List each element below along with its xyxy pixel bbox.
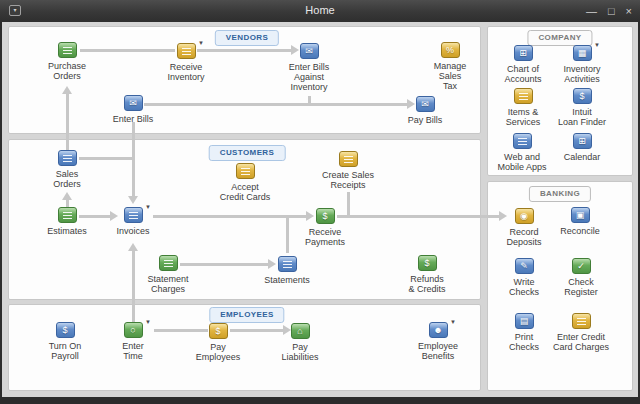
item-intuit-loan-finder[interactable]: $IntuitLoan Finder: [540, 88, 624, 127]
refunds-credits-icon[interactable]: $: [418, 255, 437, 271]
sales-orders-icon[interactable]: [58, 150, 77, 166]
receive-payments-label: ReceivePayments: [283, 227, 367, 247]
item-calendar[interactable]: ⊞Calendar: [540, 133, 624, 162]
calendar-glyph: ⊞: [574, 134, 591, 148]
create-sales-receipts-icon[interactable]: [339, 151, 358, 167]
item-receive-inventory[interactable]: ▼ReceiveInventory: [144, 43, 228, 82]
pay-bills-label: Pay Bills: [383, 115, 467, 125]
intuit-loan-finder-icon[interactable]: $: [573, 88, 592, 104]
item-create-sales-receipts[interactable]: Create SalesReceipts: [306, 151, 390, 190]
inventory-activities-glyph: ▦: [574, 46, 591, 60]
item-enter-bills-against-inventory[interactable]: ✉Enter BillsAgainstInventory: [267, 43, 351, 92]
item-pay-employees[interactable]: $PayEmployees: [176, 323, 260, 362]
section-label-banking: BANKING: [529, 186, 591, 202]
enter-credit-card-charges-icon[interactable]: [572, 313, 591, 329]
item-invoices[interactable]: ▼Invoices: [91, 207, 175, 236]
invoices-icon[interactable]: [124, 207, 143, 223]
enter-time-glyph: ○: [125, 323, 142, 337]
chart-of-accounts-icon[interactable]: ⊞: [514, 45, 533, 61]
calendar-icon[interactable]: ⊞: [573, 133, 592, 149]
intuit-loan-finder-label: IntuitLoan Finder: [540, 107, 624, 127]
statements-label: Statements: [245, 275, 329, 285]
pay-bills-glyph: ✉: [417, 97, 434, 111]
receive-inventory-dropdown-caret-icon[interactable]: ▼: [198, 40, 204, 46]
inventory-activities-label: InventoryActivities: [540, 64, 624, 84]
print-checks-icon[interactable]: ▤: [515, 313, 534, 329]
flow-arrowhead-up-icon: [128, 243, 138, 251]
accept-credit-cards-icon[interactable]: [236, 163, 255, 179]
pay-liabilities-glyph: ⌂: [292, 324, 309, 338]
write-checks-icon[interactable]: ✎: [515, 258, 534, 274]
enter-bills-against-inventory-label: Enter BillsAgainstInventory: [267, 62, 351, 92]
pay-employees-icon[interactable]: $: [209, 323, 228, 339]
create-sales-receipts-label: Create SalesReceipts: [306, 170, 390, 190]
flow-line: [144, 103, 407, 106]
check-register-glyph: ✓: [573, 259, 590, 273]
sales-orders-label: SalesOrders: [25, 169, 109, 189]
item-sales-orders[interactable]: SalesOrders: [25, 150, 109, 189]
refunds-credits-label: Refunds& Credits: [385, 274, 469, 294]
check-register-icon[interactable]: ✓: [572, 258, 591, 274]
chart-of-accounts-glyph: ⊞: [515, 46, 532, 60]
item-enter-bills[interactable]: ✉Enter Bills: [91, 95, 175, 124]
item-statements[interactable]: Statements: [245, 256, 329, 285]
purchase-orders-label: PurchaseOrders: [25, 61, 109, 81]
pay-liabilities-icon[interactable]: ⌂: [291, 323, 310, 339]
enter-bills-against-inventory-icon[interactable]: ✉: [300, 43, 319, 59]
pay-bills-icon[interactable]: ✉: [416, 96, 435, 112]
web-and-mobile-apps-icon[interactable]: [513, 133, 532, 149]
enter-time-icon[interactable]: ○: [124, 322, 143, 338]
pay-employees-glyph: $: [210, 324, 227, 338]
statement-charges-icon[interactable]: [159, 255, 178, 271]
workflow-layer: VENDORSCUSTOMERSEMPLOYEESCOMPANYBANKINGP…: [0, 0, 640, 404]
receive-payments-icon[interactable]: $: [316, 208, 335, 224]
item-check-register[interactable]: ✓CheckRegister: [539, 258, 623, 297]
item-inventory-activities[interactable]: ▦▼InventoryActivities: [540, 45, 624, 84]
manage-sales-tax-glyph: %: [442, 43, 459, 57]
manage-sales-tax-icon[interactable]: %: [441, 42, 460, 58]
item-enter-credit-card-charges[interactable]: Enter CreditCard Charges: [539, 313, 623, 352]
reconcile-icon[interactable]: ▣: [571, 207, 590, 223]
item-pay-bills[interactable]: ✉Pay Bills: [383, 96, 467, 125]
item-employee-benefits[interactable]: ☻▼EmployeeBenefits: [396, 322, 480, 361]
item-manage-sales-tax[interactable]: %ManageSalesTax: [408, 42, 492, 91]
enter-credit-card-charges-label: Enter CreditCard Charges: [539, 332, 623, 352]
purchase-orders-icon[interactable]: [58, 42, 77, 58]
print-checks-glyph: ▤: [516, 314, 533, 328]
employee-benefits-dropdown-caret-icon[interactable]: ▼: [450, 319, 456, 325]
item-receive-payments[interactable]: $ReceivePayments: [283, 208, 367, 247]
statements-icon[interactable]: [278, 256, 297, 272]
turn-on-payroll-icon[interactable]: $: [56, 322, 75, 338]
enter-bills-label: Enter Bills: [91, 114, 175, 124]
invoices-label: Invoices: [91, 226, 175, 236]
employee-benefits-icon[interactable]: ☻: [429, 322, 448, 338]
quickbooks-home-window: ▾ Home — □ × VENDORSCUSTOMERSEMPLOYEESCO…: [0, 0, 640, 404]
item-statement-charges[interactable]: StatementCharges: [126, 255, 210, 294]
item-accept-credit-cards[interactable]: AcceptCredit Cards: [203, 163, 287, 202]
enter-time-label: EnterTime: [91, 341, 175, 361]
item-purchase-orders[interactable]: PurchaseOrders: [25, 42, 109, 81]
record-deposits-icon[interactable]: ◉: [515, 208, 534, 224]
item-reconcile[interactable]: ▣Reconcile: [538, 207, 622, 236]
refunds-credits-glyph: $: [419, 256, 436, 270]
flow-arrowhead-up-icon: [62, 86, 72, 94]
receive-inventory-icon[interactable]: [177, 43, 196, 59]
flow-arrowhead-up-icon: [62, 192, 72, 200]
item-pay-liabilities[interactable]: ⌂PayLiabilities: [258, 323, 342, 362]
section-label-company: COMPANY: [527, 30, 592, 46]
item-refunds-credits[interactable]: $Refunds& Credits: [385, 255, 469, 294]
flow-line: [308, 96, 311, 104]
inventory-activities-icon[interactable]: ▦: [573, 45, 592, 61]
employee-benefits-label: EmployeeBenefits: [396, 341, 480, 361]
items-services-icon[interactable]: [514, 88, 533, 104]
inventory-activities-dropdown-caret-icon[interactable]: ▼: [594, 42, 600, 48]
item-enter-time[interactable]: ○▼EnterTime: [91, 322, 175, 361]
invoices-dropdown-caret-icon[interactable]: ▼: [145, 204, 151, 210]
estimates-icon[interactable]: [58, 207, 77, 223]
enter-bills-icon[interactable]: ✉: [124, 95, 143, 111]
manage-sales-tax-label: ManageSalesTax: [408, 61, 492, 91]
employee-benefits-glyph: ☻: [430, 323, 447, 337]
enter-time-dropdown-caret-icon[interactable]: ▼: [145, 319, 151, 325]
check-register-label: CheckRegister: [539, 277, 623, 297]
section-label-employees: EMPLOYEES: [209, 307, 284, 323]
